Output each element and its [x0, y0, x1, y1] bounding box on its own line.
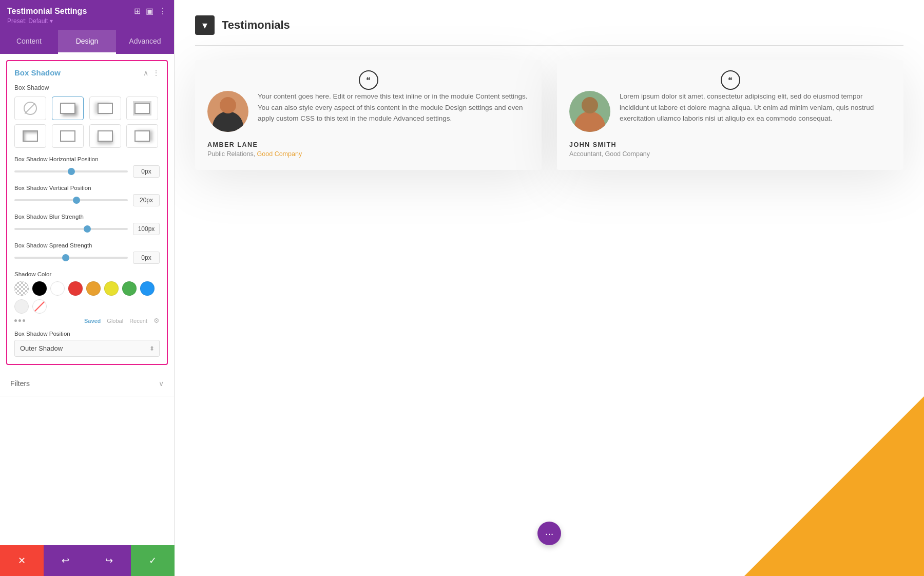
- swatch-blue[interactable]: [140, 281, 155, 296]
- blur-strength-value[interactable]: 100px: [133, 223, 160, 235]
- color-tab-saved[interactable]: Saved: [84, 318, 101, 324]
- swatch-checkered[interactable]: [14, 281, 29, 296]
- section-title: Box Shadow: [14, 68, 61, 77]
- horizontal-position-label: Box Shadow Horizontal Position: [14, 156, 160, 162]
- color-dots: [14, 319, 25, 322]
- section-more-icon[interactable]: ⋮: [152, 69, 160, 77]
- swatch-orange[interactable]: [86, 281, 101, 296]
- company-highlight-1: Good Company: [257, 150, 302, 158]
- panel-footer: ✕ ↩ ↪ ✓: [0, 545, 175, 576]
- shadow-outer-left[interactable]: [89, 97, 121, 120]
- color-tabs-row: Saved Global Recent ⚙: [14, 317, 160, 324]
- shadow-outline[interactable]: [126, 97, 158, 120]
- avatar-1: [207, 91, 248, 132]
- preview-area: ▾ Testimonials ❝ Your content goes here.…: [175, 0, 924, 576]
- color-swatches: [14, 281, 160, 314]
- preset-label: Preset: Default ▾: [7, 17, 167, 25]
- panel-title: Testimonial Settings: [7, 7, 87, 16]
- spread-strength-row: Box Shadow Spread Strength 0px: [14, 242, 160, 264]
- color-tab-recent[interactable]: Recent: [129, 318, 147, 324]
- person-role-1: Public Relations, Good Company: [207, 150, 529, 158]
- section-icon: ▾: [195, 15, 215, 35]
- vertical-position-slider[interactable]: [14, 199, 128, 201]
- undo-button[interactable]: ↩: [44, 545, 87, 576]
- horizontal-position-row: Box Shadow Horizontal Position 0px: [14, 156, 160, 178]
- spread-strength-slider[interactable]: [14, 257, 128, 259]
- tab-design[interactable]: Design: [58, 30, 116, 54]
- filters-header[interactable]: Filters ∨: [10, 379, 164, 388]
- layout-icon[interactable]: ▣: [146, 6, 153, 16]
- shadow-position-select-wrapper: Outer Shadow Inner Shadow: [14, 340, 160, 357]
- panel-tabs: Content Design Advanced: [0, 30, 174, 54]
- shadow-border[interactable]: [52, 124, 84, 148]
- header-icons: ⊞ ▣ ⋮: [134, 6, 167, 16]
- subsection-label: Box Shadow: [14, 84, 160, 91]
- horizontal-position-value[interactable]: 0px: [133, 165, 160, 178]
- quote-icon-1: ❝: [359, 70, 378, 90]
- blur-strength-control: 100px: [14, 223, 160, 235]
- shadow-position-select[interactable]: Outer Shadow Inner Shadow: [14, 340, 160, 357]
- blur-strength-slider[interactable]: [14, 228, 128, 230]
- preset-arrow[interactable]: ▾: [50, 17, 53, 25]
- more-icon[interactable]: ⋮: [159, 6, 167, 16]
- person-name-1: AMBER LANE: [207, 141, 529, 148]
- quote-icon-2: ❝: [721, 70, 740, 90]
- horizontal-position-slider[interactable]: [14, 170, 128, 172]
- shadow-outer-br[interactable]: [52, 97, 84, 120]
- testimonial-text-2: Lorem ipsum dolor sit amet, consectetur …: [620, 91, 891, 132]
- collapse-icon[interactable]: ∧: [143, 69, 148, 77]
- preview-divider: [195, 45, 903, 46]
- person-role-2: Accountant, Good Company: [569, 150, 891, 158]
- shadow-outer-bottom[interactable]: [89, 124, 121, 148]
- shadow-style-grid: [14, 97, 160, 148]
- card-body-2: Lorem ipsum dolor sit amet, consectetur …: [569, 91, 891, 132]
- fab-button[interactable]: ···: [537, 522, 561, 545]
- filters-section: Filters ∨: [0, 371, 174, 396]
- panel-header: Testimonial Settings ⊞ ▣ ⋮ Preset: Defau…: [0, 0, 174, 30]
- vertical-position-row: Box Shadow Vertical Position 20px: [14, 185, 160, 206]
- cancel-button[interactable]: ✕: [0, 545, 44, 576]
- shadow-none[interactable]: [14, 97, 46, 120]
- shadow-outer-right[interactable]: [126, 124, 158, 148]
- responsive-icon[interactable]: ⊞: [134, 6, 141, 16]
- color-tab-global[interactable]: Global: [107, 318, 123, 324]
- orange-triangle-decoration: [744, 396, 924, 576]
- card-footer-1: AMBER LANE Public Relations, Good Compan…: [207, 141, 529, 158]
- person-name-2: JOHN SMITH: [569, 141, 891, 148]
- tab-content[interactable]: Content: [0, 30, 58, 54]
- box-shadow-section: Box Shadow ∧ ⋮ Box Shadow: [6, 60, 168, 365]
- swatch-black[interactable]: [32, 281, 47, 296]
- shadow-inner-br[interactable]: [14, 124, 46, 148]
- blur-strength-label: Box Shadow Blur Strength: [14, 214, 160, 220]
- section-header: Box Shadow ∧ ⋮: [14, 68, 160, 77]
- panel-body: Box Shadow ∧ ⋮ Box Shadow: [0, 54, 174, 576]
- section-title: Testimonials: [222, 18, 290, 32]
- tab-advanced[interactable]: Advanced: [116, 30, 174, 54]
- vertical-position-label: Box Shadow Vertical Position: [14, 185, 160, 191]
- swatch-red[interactable]: [68, 281, 83, 296]
- shadow-color-section: Shadow Color: [14, 271, 160, 324]
- chevron-down-icon: ∨: [159, 379, 164, 388]
- spread-strength-value[interactable]: 0px: [133, 252, 160, 264]
- card-footer-2: JOHN SMITH Accountant, Good Company: [569, 141, 891, 158]
- spread-strength-control: 0px: [14, 252, 160, 264]
- swatch-white[interactable]: [50, 281, 65, 296]
- testimonial-text-1: Your content goes here. Edit or remove t…: [258, 91, 529, 132]
- color-settings-icon[interactable]: ⚙: [153, 317, 160, 324]
- swatch-light[interactable]: [14, 299, 29, 314]
- save-button[interactable]: ✓: [131, 545, 175, 576]
- horizontal-position-control: 0px: [14, 165, 160, 178]
- redo-button[interactable]: ↪: [87, 545, 131, 576]
- vertical-position-control: 20px: [14, 194, 160, 206]
- settings-panel: Testimonial Settings ⊞ ▣ ⋮ Preset: Defau…: [0, 0, 175, 576]
- shadow-color-label: Shadow Color: [14, 271, 160, 277]
- section-header-icons: ∧ ⋮: [143, 69, 160, 77]
- preview-header: ▾ Testimonials: [195, 15, 903, 35]
- spread-strength-label: Box Shadow Spread Strength: [14, 242, 160, 248]
- swatch-custom[interactable]: [32, 299, 47, 314]
- testimonials-grid: ❝ Your content goes here. Edit or remove…: [195, 60, 903, 170]
- swatch-yellow[interactable]: [104, 281, 119, 296]
- swatch-green[interactable]: [122, 281, 137, 296]
- vertical-position-value[interactable]: 20px: [133, 194, 160, 206]
- testimonial-card-2: ❝ Lorem ipsum dolor sit amet, consectetu…: [557, 60, 903, 170]
